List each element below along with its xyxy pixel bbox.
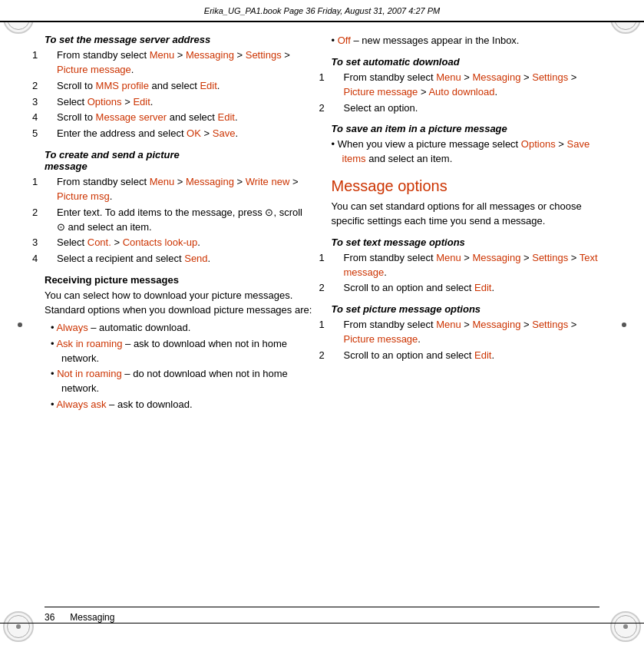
text-msg-steps: 1From standby select Menu > Messaging > … (332, 251, 600, 296)
tmo-step-1: 1From standby select Menu > Messaging > … (332, 251, 600, 280)
save-item-heading: To save an item in a picture message (332, 123, 600, 134)
left-side-marker (18, 322, 22, 327)
auto-download-heading: To set automatic download (332, 56, 600, 68)
right-side-marker (622, 322, 626, 327)
pmo-step-2: 2Scroll to an option and select Edit. (332, 349, 600, 363)
pic-msg-options-heading: To set picture message options (332, 303, 600, 315)
message-options-intro: You can set standard options for all mes… (332, 200, 600, 229)
footer-page-number: 36 (45, 612, 54, 623)
step-1-5: 5Enter the address and select OK > Save. (45, 127, 313, 141)
corner-decoration-br (610, 611, 641, 642)
ad-step-2: 2Select an option. (332, 101, 600, 116)
header-text: Erika_UG_PA1.book Page 36 Friday, August… (8, 6, 636, 15)
bottom-border (0, 623, 644, 624)
tmo-step-2: 2Scroll to an option and select Edit. (332, 281, 600, 296)
step-2-2: 2Enter text. To add items to the message… (45, 206, 313, 235)
corner-decoration-bl (3, 611, 34, 642)
ad-step-1: 1From standby select Menu > Messaging > … (332, 71, 600, 100)
top-border (0, 22, 644, 22)
auto-download-steps: 1From standby select Menu > Messaging > … (332, 71, 600, 116)
pic-msg-steps: 1From standby select Menu > Messaging > … (332, 318, 600, 363)
step-2-4: 4Select a recipient and select Send. (45, 252, 313, 266)
header-bar: Erika_UG_PA1.book Page 36 Friday, August… (0, 0, 644, 22)
section3-bullets: Always – automatic download. Ask in roam… (51, 321, 313, 412)
save-item-bullets: When you view a picture message select O… (332, 137, 600, 167)
section2-steps: 1From standby select Menu > Messaging > … (45, 175, 313, 266)
right-column: Off – new messages appear in the Inbox. … (332, 34, 600, 600)
step-1-2: 2Scroll to MMS profile and select Edit. (45, 79, 313, 94)
step-2-3: 3Select Cont. > Contacts look-up. (45, 236, 313, 250)
content-area: To set the message server address 1From … (45, 22, 599, 600)
bullet-always: Always – automatic download. (51, 321, 313, 336)
footer-section-label: Messaging (70, 612, 114, 623)
section3-heading: Receiving picture messages (45, 274, 313, 286)
bullet-ask-in-roaming: Ask in roaming – ask to download when no… (51, 337, 313, 366)
step-1-3: 3Select Options > Edit. (45, 95, 313, 110)
off-bullet: Off – new messages appear in the Inbox. (332, 34, 600, 48)
step-1-4: 4Scroll to Message server and select Edi… (45, 111, 313, 125)
left-column: To set the message server address 1From … (45, 34, 313, 600)
message-options-heading: Message options (332, 177, 600, 195)
footer-bar: 36 Messaging (45, 607, 599, 624)
section1-heading: To set the message server address (45, 34, 313, 45)
section3-intro: You can select how to download your pict… (45, 289, 313, 318)
step-2-1: 1From standby select Menu > Messaging > … (45, 175, 313, 204)
bullet-always-ask: Always ask – ask to download. (51, 398, 313, 412)
bullet-not-in-roaming: Not in roaming – do not download when no… (51, 367, 313, 396)
columns: To set the message server address 1From … (45, 22, 599, 600)
section1-steps: 1From standby select Menu > Messaging > … (45, 48, 313, 141)
save-item-bullet: When you view a picture message select O… (332, 137, 600, 167)
text-msg-options-heading: To set text message options (332, 237, 600, 248)
pmo-step-1: 1From standby select Menu > Messaging > … (332, 318, 600, 347)
section2-heading: To create and send a picturemessage (45, 149, 313, 172)
step-1-1: 1From standby select Menu > Messaging > … (45, 48, 313, 78)
bullet-off: Off – new messages appear in the Inbox. (332, 34, 600, 48)
